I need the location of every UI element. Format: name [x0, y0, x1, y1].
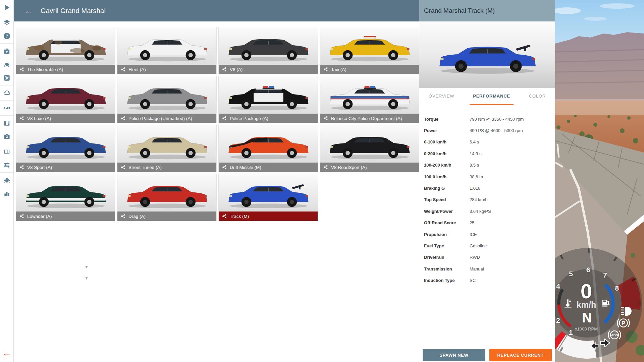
car-image [117, 125, 216, 163]
sidebar-item-replay[interactable] [0, 116, 13, 130]
sidebar-item-vehicle-config[interactable] [0, 71, 13, 84]
spec-label: 0-100 km/h [424, 139, 446, 144]
config-icon [19, 67, 24, 72]
config-cell[interactable]: Street Tuned (A) [117, 125, 217, 172]
config-cell[interactable]: Drift Missile (M) [218, 125, 318, 172]
sidebar-item-debug[interactable] [0, 173, 13, 187]
sidebar-item-help[interactable]: ? [0, 29, 13, 43]
tach-number-6: 6 [586, 266, 590, 274]
car-image [428, 31, 547, 78]
config-icon [222, 67, 227, 72]
detail-panel-actions: SPAWN NEW REPLACE CURRENT [419, 349, 555, 361]
config-label: Police Package (Unmarked) (A) [128, 116, 192, 121]
film-icon [3, 119, 11, 127]
play-icon [3, 4, 11, 11]
svg-text:?: ? [5, 34, 8, 39]
sidebar-item-performance[interactable] [0, 187, 13, 200]
replace-current-button[interactable]: REPLACE CURRENT [489, 349, 552, 361]
config-cell[interactable]: The Miserable (A) [16, 27, 115, 74]
spec-row: 0-100 km/h 6.4 s [419, 136, 555, 148]
config-cell[interactable]: Belasco City Police Department (A) [320, 76, 419, 123]
config-label-bar: Police Package (A) [219, 114, 318, 123]
config-label-bar: Drag (A) [117, 212, 216, 221]
tach-number-4: 4 [556, 282, 560, 290]
config-label-bar: V8 Luxe (A) [16, 114, 115, 123]
spec-value: Manual [470, 266, 484, 272]
config-label: V8 RoadSport (A) [331, 165, 367, 170]
sidebar-item-layers[interactable] [0, 16, 13, 29]
config-cell[interactable]: Police Package (A) [218, 76, 318, 123]
config-cell[interactable]: Police Package (Unmarked) (A) [117, 76, 217, 123]
sidebar-item-play[interactable] [0, 1, 13, 14]
config-icon [19, 214, 24, 219]
spec-label: Power [424, 128, 437, 133]
sidebar-item-vehicles[interactable] [0, 58, 13, 71]
filter-dropdown-1[interactable]: ▼ [49, 263, 91, 272]
spec-value: 1.018 [470, 186, 481, 191]
config-label-bar: V8 (A) [219, 65, 318, 74]
detail-panel-title: Grand Marshal Track (M) [424, 7, 495, 14]
config-cell[interactable]: V8 RoadSport (A) [320, 125, 419, 172]
tach-number-1: 1 [569, 328, 573, 337]
config-cell[interactable]: V8 Luxe (A) [16, 76, 115, 123]
config-icon [323, 116, 328, 121]
redline-zone [617, 277, 641, 310]
detail-tabs: OVERVIEWPERFORMANCECOLOR [419, 88, 555, 105]
turn-left-icon [590, 342, 599, 350]
car-image [117, 174, 216, 212]
config-cell[interactable]: Drag (A) [117, 174, 217, 221]
config-cell[interactable]: Fleet (A) [117, 27, 217, 74]
back-button[interactable]: ← [24, 6, 33, 15]
filter-dropdown-2[interactable]: ▼ [49, 274, 91, 283]
sidebar-item-online[interactable] [0, 86, 13, 100]
performance-spec-table: Torque 790 Nm @ 3350 - 4450 rpm Power 49… [419, 113, 555, 286]
config-label-bar: Belasco City Police Department (A) [320, 114, 419, 123]
config-label: Track (M) [230, 214, 249, 219]
car-image [320, 76, 419, 114]
config-label: Fleet (A) [128, 67, 146, 72]
spec-label: Transmission [424, 266, 452, 272]
car-image [219, 125, 318, 163]
spec-label: Drivetrain [424, 255, 444, 260]
vehicle-config-browser: The Miserable (A)Fleet (A)V8 (A)Taxi (A)… [14, 21, 419, 362]
spec-value: 38.6 m [470, 174, 483, 179]
spec-value: ICE [470, 232, 477, 237]
config-cell[interactable]: Track (M) [218, 174, 318, 221]
configuration-grid: The Miserable (A)Fleet (A)V8 (A)Taxi (A)… [16, 27, 419, 221]
spec-label: Braking G [424, 186, 445, 191]
config-cell[interactable]: Taxi (A) [320, 27, 419, 74]
sidebar-item-photo-mode[interactable] [0, 130, 13, 143]
spec-label: Off-Road Score [424, 220, 456, 225]
sidebar-item-flowgraph[interactable] [0, 101, 13, 115]
spec-row: Power 499 PS @ 4600 - 5300 rpm [419, 125, 555, 136]
temp-arc [559, 305, 571, 326]
tach-number-8: 8 [615, 284, 619, 292]
spec-value: 3.64 kg/PS [470, 209, 491, 214]
chevron-down-icon: ▼ [85, 276, 89, 281]
tab-performance[interactable]: PERFORMANCE [470, 88, 514, 105]
spec-label: 100-0 km/h [424, 174, 446, 179]
config-label: Lowrider (A) [27, 214, 52, 219]
abs-letters: ABS [611, 333, 618, 337]
config-icon [120, 67, 126, 72]
turn-right-icon [600, 339, 610, 347]
config-label: Street Tuned (A) [128, 165, 162, 170]
spec-row: Drivetrain RWD [419, 252, 555, 263]
parking-brake-letter: P [622, 320, 625, 326]
sidebar-back-arrow[interactable]: ← [2, 349, 11, 358]
briefcase-play-icon [3, 47, 11, 55]
chevron-down-icon: ▼ [85, 265, 89, 269]
tab-overview[interactable]: OVERVIEW [425, 88, 458, 105]
spawn-new-button[interactable]: SPAWN NEW [423, 349, 485, 361]
sidebar-item-tuning[interactable] [0, 158, 13, 172]
spec-label: Torque [424, 117, 438, 122]
sidebar-item-ui-apps[interactable] [0, 145, 13, 158]
config-cell[interactable]: Lowrider (A) [16, 174, 115, 221]
config-cell[interactable]: V8 (A) [218, 27, 318, 74]
sidebar-item-scenarios[interactable] [0, 44, 13, 58]
tab-color[interactable]: COLOR [526, 88, 549, 105]
config-label: V8 Sport (A) [27, 165, 52, 170]
config-cell[interactable]: V8 Sport (A) [16, 125, 115, 172]
car-image [219, 174, 318, 212]
headlights-icon [621, 306, 635, 316]
